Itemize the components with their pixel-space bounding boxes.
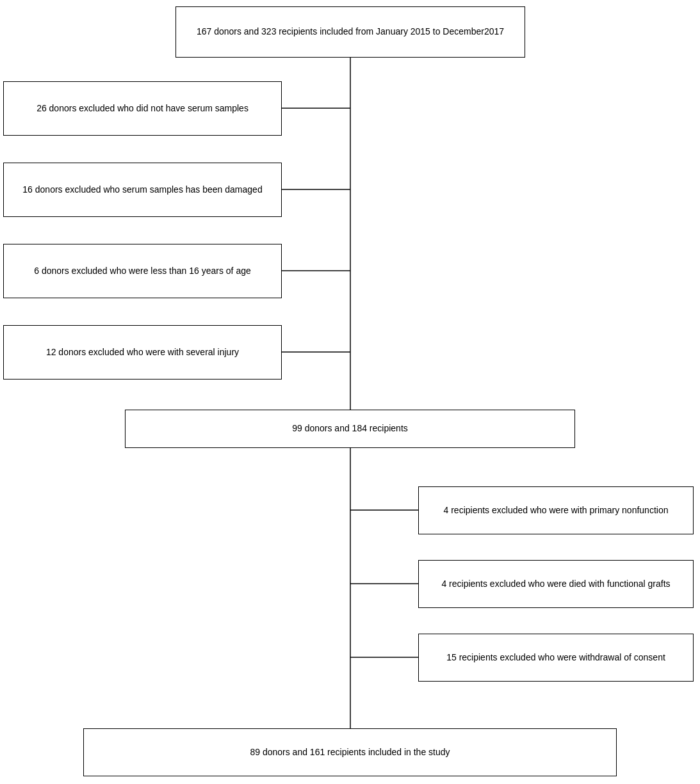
exclusion-box-4: 12 donors excluded who were with several…	[3, 325, 282, 380]
exclusion-box-7: 15 recipients excluded who were withdraw…	[418, 634, 694, 682]
bottom-inclusion-box: 89 donors and 161 recipients included in…	[83, 728, 617, 776]
exclusion-box-5: 4 recipients excluded who were with prim…	[418, 486, 694, 534]
exclusion-box-6: 4 recipients excluded who were died with…	[418, 560, 694, 608]
top-inclusion-box: 167 donors and 323 recipients included f…	[175, 6, 525, 58]
exclusion-box-2: 16 donors excluded who serum samples has…	[3, 163, 282, 217]
mid-inclusion-box: 99 donors and 184 recipients	[125, 410, 575, 448]
exclusion-box-3: 6 donors excluded who were less than 16 …	[3, 244, 282, 298]
exclusion-box-1: 26 donors excluded who did not have seru…	[3, 81, 282, 136]
flowchart: 167 donors and 323 recipients included f…	[0, 0, 700, 784]
